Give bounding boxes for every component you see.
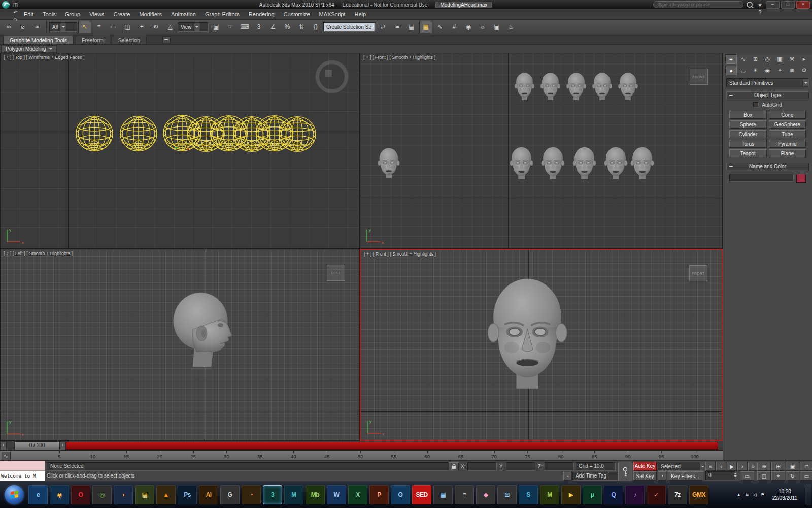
next-frame-button[interactable]: › (737, 462, 748, 471)
taskbar-messenger[interactable]: M (540, 485, 559, 504)
set-keys-button[interactable] (618, 462, 632, 482)
render-production-icon[interactable]: ♨ (504, 21, 518, 33)
select-and-manipulate-icon[interactable]: ☞ (224, 21, 237, 33)
object-type-button[interactable]: Cylinder (729, 130, 767, 138)
named-selection-set-combo[interactable]: Create Selection Se (323, 22, 376, 32)
selection-lock-button[interactable] (449, 462, 459, 471)
field-of-view-button[interactable]: ◰ (757, 471, 771, 481)
taskbar-illustrator[interactable]: Ai (199, 485, 218, 504)
menu-item[interactable]: Animation (166, 10, 200, 18)
tab-display-icon[interactable]: ▣ (774, 54, 786, 64)
current-frame-field[interactable]: 0 (705, 471, 735, 480)
select-and-rotate-icon[interactable]: ↻ (149, 21, 162, 33)
render-setup-icon[interactable]: ☼ (476, 21, 489, 33)
select-and-scale-icon[interactable]: △ (163, 21, 177, 33)
chevron-down-icon[interactable] (194, 23, 200, 31)
taskbar-word[interactable]: W (327, 485, 346, 504)
layer-manager-icon[interactable]: ▤ (405, 21, 418, 33)
taskbar-internet-explorer[interactable]: e (28, 485, 48, 504)
viewport-label[interactable]: [ + ] [ Front ] [ Smooth + Highlights ] (363, 55, 435, 60)
ribbon-tab-selection[interactable]: Selection (112, 36, 147, 44)
menu-item[interactable]: Customize (279, 10, 315, 18)
chevron-down-icon[interactable] (699, 462, 705, 470)
chevron-down-icon[interactable] (802, 79, 808, 86)
tray-network-icon[interactable]: ≋ (745, 492, 749, 497)
time-slider[interactable]: ‹ 0 / 100 › (0, 441, 723, 451)
curve-editor-icon[interactable]: ∿ (433, 21, 447, 33)
taskbar-vlc[interactable]: ▲ (156, 485, 176, 504)
menu-item[interactable]: Create (109, 10, 134, 18)
viewport-front-top[interactable]: [ + ] [ Front ] [ Smooth + Highlights ] … (360, 53, 723, 249)
object-type-button[interactable]: Plane (769, 149, 806, 157)
search-icon[interactable] (747, 2, 753, 8)
key-filters-button[interactable]: Key Filters... (667, 471, 703, 481)
start-button[interactable] (5, 485, 24, 504)
autogrid-checkbox[interactable] (753, 102, 759, 108)
track-bar[interactable]: ∿ 51015202530354045505560657075808590951… (0, 450, 723, 461)
object-name-input[interactable] (729, 174, 794, 182)
align-icon[interactable]: ≍ (391, 21, 404, 33)
ribbon-minimize-icon[interactable] (162, 36, 171, 43)
rectangular-selection-icon[interactable]: ▭ (107, 21, 120, 33)
object-type-button[interactable]: Box (729, 111, 767, 119)
taskbar-calculator[interactable]: ⊞ (497, 485, 517, 504)
menu-item[interactable]: Graph Editors (200, 10, 244, 18)
viewport-top[interactable]: [ + ] [ Top ] [ Wireframe + Edged Faces … (0, 53, 360, 249)
add-time-tag-field[interactable]: Add Time Tag (572, 472, 620, 481)
viewcube[interactable]: FRONT (690, 69, 708, 85)
ribbon-tab-graphite[interactable]: Graphite Modeling Tools (3, 36, 74, 44)
object-type-button[interactable]: Pyramid (769, 140, 806, 148)
object-type-button[interactable]: Tube (769, 130, 806, 138)
taskbar-media-player[interactable]: ◉ (50, 485, 69, 504)
undo-icon[interactable]: ↶ (11, 9, 20, 16)
auto-key-button[interactable]: Auto Key (633, 462, 657, 471)
y-coordinate-field[interactable] (506, 462, 535, 471)
taskbar-outlook[interactable]: O (391, 485, 410, 504)
viewport-front-active[interactable]: [ + ] [ Front ] [ Smooth + Highlights ] … (360, 249, 723, 441)
key-filter-scope-dropdown[interactable]: Selected (658, 462, 706, 471)
play-button[interactable]: ▶ (727, 462, 737, 471)
snap-toggle-3d-icon[interactable]: 3 (252, 21, 265, 33)
menu-item[interactable]: MAXScript (315, 10, 350, 18)
select-object-icon[interactable]: ↖ (78, 21, 91, 33)
chevron-down-icon[interactable] (374, 23, 376, 31)
angle-snap-icon[interactable]: ∠ (266, 21, 280, 33)
previous-frame-button[interactable]: ‹ (716, 462, 726, 471)
chevron-down-icon[interactable] (60, 23, 66, 31)
taskbar-paint[interactable]: ◆ (476, 485, 495, 504)
show-desktop-button[interactable] (805, 484, 811, 505)
rendered-frame-icon[interactable]: ▣ (490, 21, 503, 33)
redo-icon[interactable]: ↷ (11, 16, 20, 24)
menu-item[interactable]: Help (350, 10, 371, 18)
material-editor-icon[interactable]: ◉ (462, 21, 475, 33)
close-button[interactable]: × (796, 1, 810, 9)
category-systems-icon[interactable]: ⚙ (798, 66, 810, 75)
zoom-extents-button[interactable]: ▣ (786, 462, 799, 471)
go-to-start-button[interactable]: « (705, 462, 716, 471)
zoom-button[interactable]: ⊕ (757, 462, 771, 471)
rollout-name-and-color[interactable]: Name and Color (726, 163, 809, 170)
mirror-icon[interactable]: ⇄ (377, 21, 390, 33)
viewcube[interactable]: FRONT (689, 265, 707, 281)
viewcube[interactable]: LEFT (327, 265, 345, 281)
maxscript-mini-listener[interactable]: Welcome to M (0, 461, 45, 482)
menu-item[interactable]: Edit (19, 10, 38, 18)
taskbar-chrome[interactable]: ◎ (92, 485, 112, 504)
select-by-name-icon[interactable]: ≡ (92, 21, 106, 33)
adaptive-degradation-button[interactable]: ▭ (740, 471, 754, 481)
taskbar-7zip[interactable]: 7z (668, 485, 687, 504)
menu-item[interactable]: Group (60, 10, 85, 18)
3ds-max-logo-icon[interactable] (2, 1, 10, 9)
listener-row[interactable]: Welcome to M (0, 471, 45, 481)
object-type-button[interactable]: Cone (769, 111, 806, 119)
time-tag-icon[interactable]: ◔ (563, 472, 572, 481)
maximize-button[interactable]: □ (781, 1, 795, 9)
category-geometry-icon[interactable]: ● (725, 66, 737, 75)
zoom-extents-all-button[interactable]: □ (800, 462, 812, 471)
slider-right-arrow[interactable]: › (59, 441, 66, 450)
set-key-button[interactable]: Set Key (633, 471, 657, 481)
menu-item[interactable]: Rendering (244, 10, 279, 18)
zoom-all-button[interactable]: ⊞ (771, 462, 785, 471)
taskbar-sed[interactable]: SED (412, 485, 431, 504)
primitives-category-dropdown[interactable]: Standard Primitives (726, 78, 809, 87)
